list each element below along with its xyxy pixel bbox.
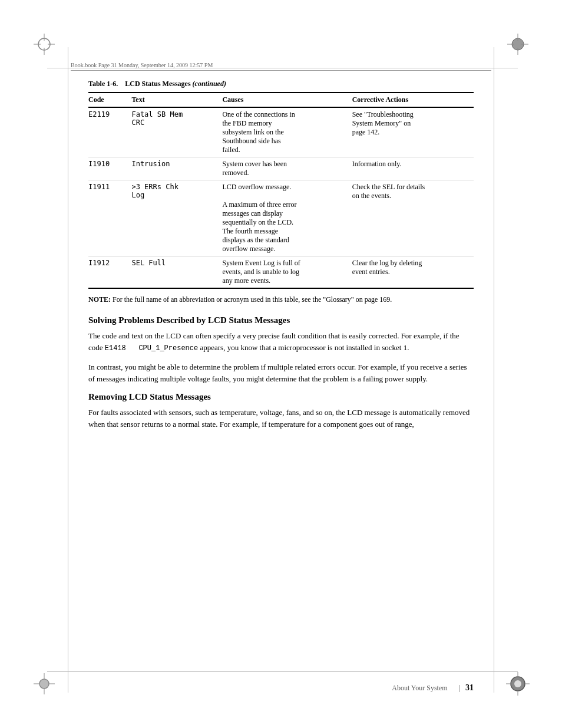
table-note: NOTE: For the full name of an abbreviati…	[88, 295, 474, 305]
svg-point-10	[39, 679, 49, 689]
cell-code-i1911: I1911	[88, 180, 131, 256]
cell-corrective-e2119: See "TroubleshootingSystem Memory" onpag…	[352, 107, 474, 157]
header-text: Book.book Page 31 Monday, September 14, …	[71, 62, 213, 68]
margin-line-bottom	[47, 671, 518, 672]
col-causes: Causes	[222, 93, 352, 107]
svg-point-16	[514, 680, 521, 687]
footer-section-label: About Your System	[392, 684, 447, 693]
section-removing-para1: For faults associated with sensors, such…	[88, 407, 474, 430]
cell-causes-i1911: LCD overflow message.A maximum of three …	[222, 180, 352, 256]
cell-causes-i1910: System cover has beenremoved.	[222, 157, 352, 180]
header-bar: Book.book Page 31 Monday, September 14, …	[71, 62, 491, 71]
corner-mark-bl	[32, 672, 56, 696]
section-heading-solving: Solving Problems Described by LCD Status…	[88, 315, 474, 325]
table-row: I1911 >3 ERRs ChkLog LCD overflow messag…	[88, 180, 474, 256]
table-title: Table 1-6. LCD Status Messages (continue…	[88, 80, 474, 88]
note-text: For the full name of an abbreviation or …	[113, 295, 392, 304]
margin-line-left	[68, 47, 68, 693]
section-solving-para2: In contrast, you might be able to determ…	[88, 361, 474, 385]
page: Book.book Page 31 Monday, September 14, …	[0, 0, 562, 728]
table-number: Table 1-6.	[88, 80, 118, 88]
table-header-row: Code Text Causes Corrective Actions	[88, 93, 474, 107]
cell-code-i1912: I1912	[88, 256, 131, 289]
margin-line-right	[494, 47, 494, 693]
corner-mark-tl	[32, 32, 56, 56]
table-row: I1912 SEL Full System Event Log is full …	[88, 256, 474, 289]
col-text: Text	[131, 93, 222, 107]
page-number: 31	[465, 683, 474, 693]
section-solving-para1: The code and text on the LCD can often s…	[88, 330, 474, 354]
corner-mark-tr	[506, 32, 530, 56]
col-corrective: Corrective Actions	[352, 93, 474, 107]
cell-corrective-i1911: Check the SEL for detailson the events.	[352, 180, 474, 256]
cell-code-e2119: E2119	[88, 107, 131, 157]
section-heading-removing: Removing LCD Status Messages	[88, 392, 474, 402]
cell-corrective-i1912: Clear the log by deletingevent entries.	[352, 256, 474, 289]
main-content: Table 1-6. LCD Status Messages (continue…	[88, 80, 474, 669]
cell-causes-e2119: One of the connections inthe FBD memorys…	[222, 107, 352, 157]
cell-corrective-i1910: Information only.	[352, 157, 474, 180]
cell-text-i1912: SEL Full	[131, 256, 222, 289]
corner-mark-br	[506, 672, 530, 696]
cell-text-e2119: Fatal SB MemCRC	[131, 107, 222, 157]
table-label: LCD Status Messages	[125, 80, 190, 88]
table-row: E2119 Fatal SB MemCRC One of the connect…	[88, 107, 474, 157]
table-row: I1910 Intrusion System cover has beenrem…	[88, 157, 474, 180]
table-continued: (continued)	[193, 80, 226, 88]
lcd-status-table: Code Text Causes Corrective Actions E211…	[88, 92, 474, 289]
col-code: Code	[88, 93, 131, 107]
cell-text-i1911: >3 ERRs ChkLog	[131, 180, 222, 256]
cell-code-i1910: I1910	[88, 157, 131, 180]
cell-causes-i1912: System Event Log is full ofevents, and i…	[222, 256, 352, 289]
footer-separator: |	[459, 684, 461, 693]
footer: About Your System | 31	[88, 683, 474, 693]
cell-text-i1910: Intrusion	[131, 157, 222, 180]
note-label: NOTE:	[88, 295, 111, 304]
